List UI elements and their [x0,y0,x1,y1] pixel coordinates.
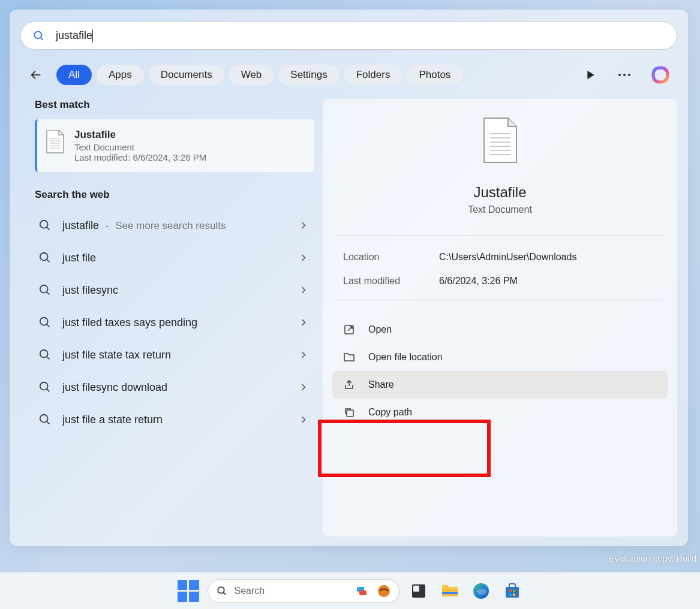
svg-line-19 [47,324,50,327]
share-label: Share [368,379,394,390]
svg-rect-48 [509,593,512,596]
folder-icon [343,351,355,363]
web-result-text: just filesync download [62,381,289,394]
svg-rect-45 [506,587,519,598]
search-icon [38,348,52,361]
search-highlights-icon [357,584,390,598]
svg-point-5 [623,74,626,76]
result-type: Text Document [74,142,206,152]
open-icon [343,324,355,336]
open-location-action[interactable]: Open file location [332,343,668,371]
web-result-text: just filesync [62,284,289,297]
search-icon [38,284,52,297]
filter-documents[interactable]: Documents [149,65,224,85]
web-result-1[interactable]: just file [35,242,314,274]
taskbar: Search [0,572,700,609]
more-button[interactable] [616,67,633,83]
search-icon [38,219,52,232]
web-result-3[interactable]: just filed taxes says pending [35,306,314,339]
filter-web[interactable]: Web [229,65,274,85]
chevron-right-icon [300,287,307,294]
web-result-text: just file a state return [62,414,289,426]
taskbar-search[interactable]: Search [208,579,399,603]
filter-photos[interactable]: Photos [407,65,462,85]
copy-path-action[interactable]: Copy path [332,399,668,426]
web-result-6[interactable]: just file a state return [35,403,314,436]
filter-folders[interactable]: Folders [344,65,402,85]
svg-rect-49 [513,593,515,596]
arrow-left-icon [29,68,43,82]
search-icon [38,316,52,329]
svg-rect-47 [513,590,515,592]
copilot-icon[interactable] [648,63,672,87]
svg-point-22 [40,382,48,390]
file-explorer-button[interactable] [438,579,462,603]
best-match-heading: Best match [35,99,314,111]
web-result-hint: See more search results [115,220,226,231]
search-bar[interactable]: justafile [20,22,677,50]
results-column: Best match Justafile Text Document Last … [20,99,314,536]
start-button[interactable] [176,579,200,603]
edge-button[interactable] [469,579,493,603]
svg-marker-3 [587,71,594,79]
web-results-list: justafile - See more search results just… [35,209,314,436]
play-button[interactable] [582,67,599,83]
filter-all[interactable]: All [56,65,92,85]
best-match-result[interactable]: Justafile Text Document Last modified: 6… [35,119,314,172]
share-action[interactable]: Share [332,371,668,399]
search-icon [217,586,227,596]
svg-point-16 [40,285,48,293]
search-icon [38,413,52,426]
svg-point-14 [40,253,48,261]
search-icon [38,381,52,394]
modified-value: 6/6/2024, 3:26 PM [439,276,518,287]
back-button[interactable] [25,64,47,86]
play-icon [587,71,595,79]
svg-rect-34 [347,410,353,417]
svg-point-4 [618,74,621,76]
web-result-text: just file state tax return [62,349,289,361]
watermark-text: Evaluation copy. Build [609,553,696,563]
result-title: Justafile [74,129,206,141]
web-result-text: justafile [62,219,99,231]
open-location-label: Open file location [368,352,443,363]
web-result-0[interactable]: justafile - See more search results [35,209,314,242]
web-result-text: just filed taxes says pending [62,316,289,329]
location-value: C:\Users\AdminUser\Downloads [439,252,576,263]
result-modified: Last modified: 6/6/2024, 3:26 PM [74,152,206,162]
svg-line-23 [47,389,50,392]
search-query-text: justafile [56,29,92,42]
search-window: justafile All Apps Documents Web Setting… [10,10,688,546]
web-result-4[interactable]: just file state tax return [35,339,314,371]
svg-line-17 [47,292,50,295]
preview-type: Text Document [323,204,677,215]
web-result-5[interactable]: just filesync download [35,371,314,403]
modified-label: Last modified [343,276,439,287]
web-result-2[interactable]: just filesync [35,274,314,306]
svg-line-36 [223,592,226,595]
svg-rect-43 [442,592,458,594]
svg-rect-38 [359,590,366,595]
chevron-right-icon [300,384,307,391]
store-button[interactable] [500,579,524,603]
open-action[interactable]: Open [332,316,668,343]
location-label: Location [343,252,439,263]
svg-line-15 [47,260,50,263]
windows-logo-icon [178,580,199,602]
task-view-icon [411,583,426,599]
svg-line-21 [47,357,50,360]
svg-line-25 [47,421,50,424]
filter-row: All Apps Documents Web Settings Folders … [20,63,677,87]
chevron-right-icon [300,416,307,423]
svg-rect-46 [509,590,512,592]
svg-line-33 [348,327,352,331]
svg-line-1 [41,37,43,40]
filter-settings[interactable]: Settings [278,65,339,85]
chevron-right-icon [300,254,307,261]
search-icon [33,30,45,42]
search-web-heading: Search the web [35,189,314,201]
svg-point-0 [35,31,42,38]
filter-apps[interactable]: Apps [97,65,144,85]
web-result-text: just file [62,252,289,264]
task-view-button[interactable] [407,579,431,603]
